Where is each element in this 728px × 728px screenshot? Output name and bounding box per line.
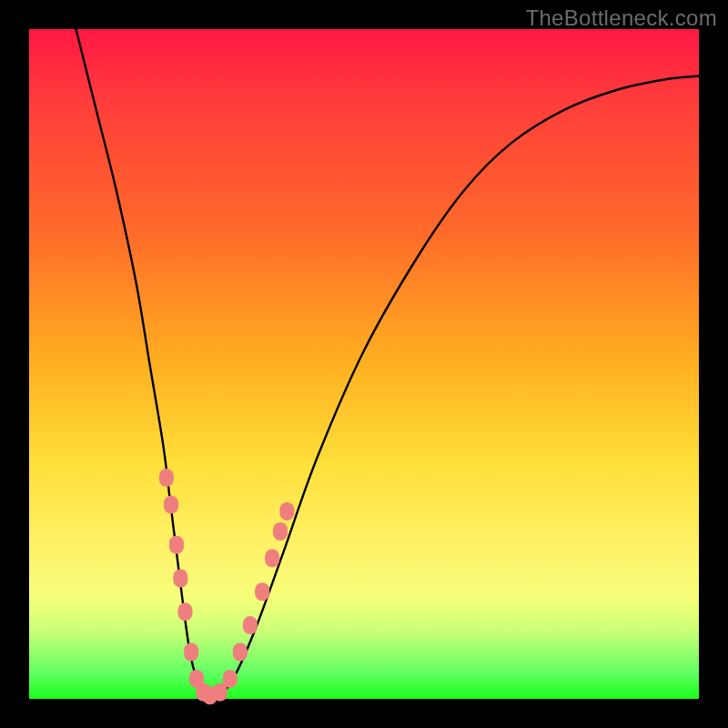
highlight-dot xyxy=(177,602,192,621)
highlight-dot xyxy=(223,670,238,688)
highlight-dot xyxy=(243,616,258,634)
highlight-dot xyxy=(159,469,174,487)
highlight-dot xyxy=(184,642,198,661)
bottleneck-curve xyxy=(76,29,699,699)
chart-frame: TheBottleneck.com xyxy=(0,0,728,728)
plot-area xyxy=(29,29,699,699)
highlight-dot xyxy=(255,582,269,601)
highlight-dot xyxy=(273,522,288,541)
watermark-text: TheBottleneck.com xyxy=(525,5,717,31)
highlight-dot xyxy=(164,496,178,514)
highlight-dot xyxy=(169,536,184,554)
highlight-dot xyxy=(233,642,248,661)
highlight-dot xyxy=(173,570,187,588)
curve-svg xyxy=(29,29,699,699)
highlight-dot xyxy=(279,502,294,521)
highlight-dot xyxy=(265,549,279,567)
highlight-dots-group xyxy=(159,469,294,704)
